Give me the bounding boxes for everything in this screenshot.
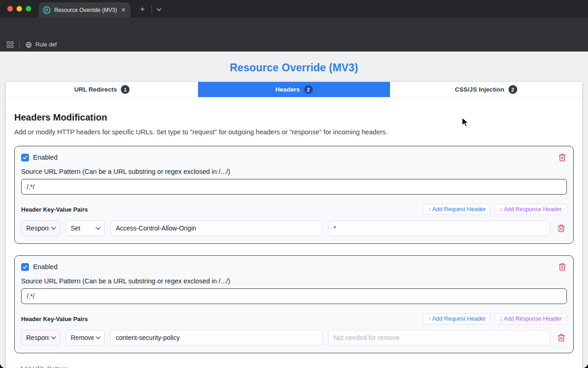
browser-tab-strip: R Resource Override (MV3) ✕ + (0, 0, 588, 17)
header-type-select[interactable]: Response (21, 330, 60, 345)
bookmarks-divider (19, 41, 20, 48)
chevron-down-icon (51, 227, 56, 230)
add-url-pattern-link[interactable]: + Add URL Pattern (14, 365, 68, 368)
header-key-input[interactable] (110, 330, 322, 345)
main-panel: URL Redirects 1 Headers 2 CSS/JS Injecti… (6, 82, 582, 368)
tab-close-icon[interactable]: ✕ (121, 6, 126, 13)
chevron-down-icon (96, 336, 101, 339)
bookmark-label: Rule def (35, 41, 57, 48)
enabled-checkbox[interactable] (21, 263, 29, 271)
header-pair-row: Response Remove (21, 330, 567, 345)
enabled-row: Enabled (21, 262, 567, 272)
tab-label: CSS/JS Injection (455, 86, 504, 93)
add-response-header-button[interactable]: ↓ Add Response Header (494, 313, 567, 324)
browser-tab[interactable]: R Resource Override (MV3) ✕ (39, 2, 130, 17)
enabled-row: Enabled (21, 152, 567, 162)
header-value-input[interactable] (328, 330, 550, 345)
bookmark-rule-def[interactable]: Rule def (25, 41, 57, 48)
header-rule-card: Enabled Source URL Pattern (Can be a URL… (14, 146, 574, 244)
tab-count-badge: 1 (121, 85, 130, 94)
headers-section: Headers Modification Add or modify HTTP … (6, 98, 582, 368)
pair-buttons: ↑ Add Request Header ↓ Add Response Head… (423, 313, 567, 324)
source-pattern-label: Source URL Pattern (Can be a URL substri… (21, 168, 567, 175)
pairs-row: Header Key-Value Pairs ↑ Add Request Hea… (21, 204, 567, 215)
macos-traffic-lights (7, 6, 31, 12)
tab-count-badge: 2 (509, 85, 517, 94)
add-request-header-button[interactable]: ↑ Add Request Header (423, 313, 491, 324)
enabled-checkbox[interactable] (21, 154, 29, 161)
page-title: Resource Override (MV3) (0, 52, 588, 74)
section-description: Add or modify HTTP headers for specific … (14, 128, 574, 136)
source-url-pattern-input[interactable] (21, 288, 567, 304)
tabstrip-divider (152, 6, 152, 12)
pairs-row: Header Key-Value Pairs ↑ Add Request Hea… (21, 313, 567, 324)
enabled-label: Enabled (33, 263, 57, 270)
tab-label: Headers (275, 86, 300, 93)
header-pair-row: Response Set (21, 220, 567, 236)
delete-header-pair-icon[interactable] (556, 332, 567, 343)
add-request-header-button[interactable]: ↑ Add Request Header (423, 204, 491, 215)
browser-toolbar: Resource Override (MV3) chrome-extension… (0, 17, 588, 38)
delete-rule-icon[interactable] (557, 152, 568, 163)
pairs-label: Header Key-Value Pairs (21, 206, 88, 213)
fullscreen-window-button[interactable] (26, 6, 31, 12)
minimize-window-button[interactable] (17, 6, 22, 12)
pairs-label: Header Key-Value Pairs (21, 316, 88, 322)
section-tabs: URL Redirects 1 Headers 2 CSS/JS Injecti… (6, 82, 582, 98)
globe-icon (25, 41, 32, 48)
apps-grid-icon[interactable] (6, 41, 14, 48)
source-pattern-label: Source URL Pattern (Can be a URL substri… (21, 277, 567, 285)
header-key-input[interactable] (110, 220, 322, 236)
chevron-down-icon (96, 227, 101, 230)
bookmarks-bar: Rule def (0, 38, 588, 52)
browser-window: R Resource Override (MV3) ✕ + Resource O… (0, 0, 588, 368)
section-heading: Headers Modification (14, 112, 574, 123)
header-type-value: Response (26, 334, 49, 341)
tab-search-chevron-icon[interactable] (156, 6, 162, 14)
extension-favicon-icon: R (43, 6, 51, 14)
tab-label: URL Redirects (74, 86, 117, 93)
extension-options-page: Resource Override (MV3) URL Redirects 1 … (0, 52, 588, 368)
new-tab-button[interactable]: + (138, 5, 147, 14)
tab-css-js-injection[interactable]: CSS/JS Injection 2 (390, 82, 582, 97)
header-operation-value: Set (71, 224, 94, 232)
tab-headers[interactable]: Headers 2 (198, 82, 390, 97)
close-window-button[interactable] (7, 6, 13, 12)
delete-header-pair-icon[interactable] (556, 223, 567, 234)
pair-buttons: ↑ Add Request Header ↓ Add Response Head… (423, 204, 567, 215)
enabled-label: Enabled (33, 154, 57, 161)
browser-tab-title: Resource Override (MV3) (54, 7, 117, 13)
header-operation-value: Remove (71, 334, 94, 341)
header-operation-select[interactable]: Remove (66, 330, 105, 345)
tab-count-badge: 2 (304, 85, 313, 94)
header-type-select[interactable]: Response (21, 220, 60, 236)
chevron-down-icon (51, 336, 56, 339)
header-type-value: Response (26, 224, 49, 232)
tab-url-redirects[interactable]: URL Redirects 1 (6, 82, 198, 97)
header-value-input[interactable] (328, 220, 550, 236)
add-response-header-button[interactable]: ↓ Add Response Header (494, 204, 567, 215)
header-operation-select[interactable]: Set (66, 220, 105, 236)
header-rule-card: Enabled Source URL Pattern (Can be a URL… (14, 255, 574, 353)
source-url-pattern-input[interactable] (21, 179, 567, 195)
delete-rule-icon[interactable] (557, 261, 568, 272)
